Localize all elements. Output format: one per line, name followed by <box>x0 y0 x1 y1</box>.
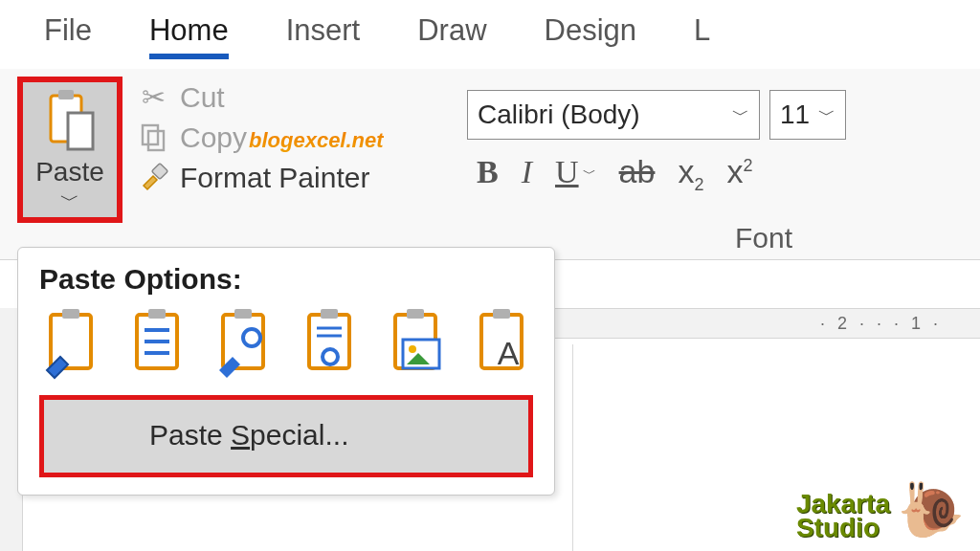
watermark-jakarta-studio: Jakarta Studio <box>796 492 890 540</box>
svg-rect-14 <box>234 309 252 319</box>
tab-home[interactable]: Home <box>149 13 229 59</box>
ruler-marks: · 2 · · · 1 · <box>820 314 942 334</box>
italic-button[interactable]: I <box>522 154 532 190</box>
svg-rect-2 <box>68 113 93 149</box>
bold-button[interactable]: B <box>477 154 499 190</box>
chevron-down-icon: ﹀ <box>583 165 596 181</box>
strikethrough-button[interactable]: ab <box>619 153 656 190</box>
font-group-label: Font <box>735 222 792 254</box>
font-size-select[interactable]: 11 ﹀ <box>769 90 846 140</box>
subscript-button[interactable]: x2 <box>678 153 703 190</box>
copy-icon <box>136 123 170 152</box>
tab-partial[interactable]: L <box>694 13 710 59</box>
svg-rect-3 <box>143 125 158 144</box>
paste-options-title: Paste Options: <box>39 263 533 296</box>
paste-special-text-pre: Paste <box>149 419 231 451</box>
chevron-down-icon: ﹀ <box>732 103 749 126</box>
svg-rect-16 <box>309 315 349 368</box>
cut-button[interactable]: ✂ Cut <box>136 80 369 114</box>
svg-rect-7 <box>62 309 79 319</box>
paste-keep-source-formatting[interactable] <box>43 309 106 382</box>
cut-label: Cut <box>180 81 225 114</box>
svg-rect-21 <box>407 309 424 319</box>
clipboard-icon <box>43 90 97 153</box>
svg-rect-17 <box>321 309 338 319</box>
format-painter-label: Format Painter <box>180 162 369 194</box>
snail-icon: 🐌 <box>898 478 965 541</box>
text-format-buttons: B I U﹀ ab x2 x2 <box>477 153 752 190</box>
paste-special-button[interactable]: Paste Special... <box>39 395 533 477</box>
paste-special-accel: S <box>231 419 250 451</box>
paste-as-picture[interactable] <box>388 309 451 382</box>
format-painter-button[interactable]: Format Painter <box>136 162 369 194</box>
ribbon: Paste ﹀ ✂ Cut Copy Format Painter Calibr… <box>0 69 980 260</box>
svg-text:A: A <box>498 335 520 371</box>
font-controls: Calibri (Body) ﹀ 11 ﹀ <box>467 90 846 140</box>
chevron-down-icon[interactable]: ﹀ <box>23 187 117 213</box>
paste-options-row: A <box>39 309 533 382</box>
paste-special-text-post: pecial... <box>250 419 348 451</box>
paste-merge-formatting[interactable] <box>129 309 192 382</box>
paintbrush-icon <box>136 163 170 193</box>
paste-label: Paste <box>23 157 117 187</box>
underline-button[interactable]: U﹀ <box>555 153 596 190</box>
superscript-button[interactable]: x2 <box>726 153 752 190</box>
svg-point-23 <box>409 345 416 353</box>
paste-picture-formatting[interactable] <box>215 309 278 382</box>
menu-tabs: File Home Insert Draw Design L <box>0 0 980 69</box>
watermark-blogexcel: blogexcel.net <box>249 128 384 153</box>
paste-link-formatting[interactable] <box>301 309 365 382</box>
tab-insert[interactable]: Insert <box>286 13 361 59</box>
tab-file[interactable]: File <box>44 13 92 59</box>
font-size-value: 11 <box>780 99 810 130</box>
paste-button[interactable]: Paste ﹀ <box>17 77 122 223</box>
svg-rect-1 <box>58 90 74 99</box>
svg-rect-9 <box>148 309 166 319</box>
font-family-select[interactable]: Calibri (Body) ﹀ <box>467 90 760 140</box>
svg-rect-25 <box>493 309 510 319</box>
copy-label: Copy <box>180 121 247 154</box>
tab-draw[interactable]: Draw <box>417 13 486 59</box>
tab-design[interactable]: Design <box>545 13 637 59</box>
paste-text-only[interactable]: A <box>474 309 537 382</box>
font-family-value: Calibri (Body) <box>478 99 640 130</box>
svg-rect-4 <box>148 131 164 150</box>
scissors-icon: ✂ <box>136 80 170 114</box>
paste-options-dropdown: Paste Options: A Paste Special... <box>17 247 555 496</box>
chevron-down-icon: ﹀ <box>818 103 835 126</box>
